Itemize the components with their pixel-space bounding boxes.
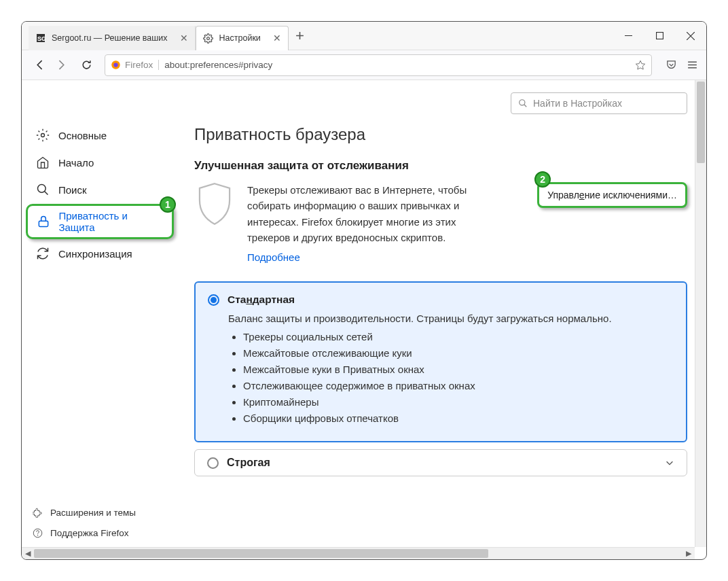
svg-point-5 <box>113 63 117 67</box>
search-placeholder: Найти в Настройках <box>533 98 622 109</box>
sync-icon <box>35 246 50 261</box>
help-icon <box>31 527 43 539</box>
radio-icon[interactable] <box>208 294 219 306</box>
svg-marker-6 <box>636 60 644 69</box>
list-item: Отслеживающее содержимое в приватных окн… <box>243 380 674 391</box>
svg-text:SG: SG <box>37 35 46 42</box>
tab-active[interactable]: Настройки ✕ <box>196 26 289 50</box>
page-title: Приватность браузера <box>194 125 687 144</box>
scrollbar-thumb[interactable] <box>697 82 705 163</box>
svg-point-8 <box>38 185 46 193</box>
bookmark-star-icon[interactable] <box>635 60 646 71</box>
radio-icon[interactable] <box>207 457 219 469</box>
preferences-search[interactable]: Найти в Настройках <box>511 92 687 114</box>
gear-icon <box>35 128 50 143</box>
sidebar-item-label: Основные <box>58 130 107 141</box>
site-favicon-icon: SG <box>35 33 46 43</box>
svg-point-11 <box>37 535 38 535</box>
standard-feature-list: Трекеры социальных сетей Межсайтовые отс… <box>243 331 674 424</box>
list-item: Сборщики цифровых отпечатков <box>243 412 674 424</box>
scroll-right-icon[interactable]: ▶ <box>682 548 695 560</box>
pocket-icon[interactable] <box>666 59 677 71</box>
vertical-scrollbar[interactable] <box>695 80 706 547</box>
section-title: Улучшенная защита от отслеживания <box>194 159 687 173</box>
annotation-badge: 1 <box>160 196 176 213</box>
svg-point-2 <box>207 37 210 39</box>
annotation-badge: 2 <box>534 171 551 188</box>
list-item: Межсайтовые отслеживающие куки <box>243 347 674 359</box>
sidebar-item-label: Синхронизация <box>58 248 132 260</box>
sidebar-item-general[interactable]: Основные <box>26 122 174 148</box>
list-item: Криптомайнеры <box>243 396 674 408</box>
protection-standard-option[interactable]: Стандартная Баланс защиты и производител… <box>194 281 687 442</box>
titlebar: SG Sergoot.ru — Решение ваших ✕ Настройк… <box>22 22 706 50</box>
identity-box[interactable]: Firefox <box>111 60 159 70</box>
address-bar[interactable]: Firefox about:preferences#privacy <box>105 54 652 76</box>
sidebar-item-home[interactable]: Начало <box>26 149 174 175</box>
sidebar-item-privacy[interactable]: 1 Приватность и Защита <box>26 204 174 239</box>
sidebar-item-sync[interactable]: Синхронизация <box>26 241 174 266</box>
sidebar-item-label: Приватность и Защита <box>58 210 164 233</box>
identity-label: Firefox <box>125 60 153 70</box>
minimize-button[interactable] <box>613 22 644 50</box>
forward-button[interactable] <box>50 55 71 75</box>
list-item: Трекеры социальных сетей <box>243 331 674 342</box>
svg-point-12 <box>520 100 525 105</box>
gear-icon <box>203 33 214 43</box>
close-icon[interactable]: ✕ <box>273 33 281 43</box>
maximize-button[interactable] <box>644 22 675 50</box>
list-item: Межсайтовые куки в Приватных окнах <box>243 364 674 375</box>
url-text: about:preferences#privacy <box>164 60 272 70</box>
toolbar: Firefox about:preferences#privacy <box>22 50 706 80</box>
sidebar-footer-label: Поддержка Firefox <box>50 528 128 538</box>
sidebar-item-label: Начало <box>58 157 94 169</box>
search-icon <box>35 182 50 197</box>
chevron-down-icon[interactable] <box>665 458 674 468</box>
close-window-button[interactable] <box>675 22 706 50</box>
scrollbar-thumb[interactable] <box>34 549 488 558</box>
protection-strict-option[interactable]: Строгая <box>194 449 687 476</box>
new-tab-button[interactable] <box>289 31 312 40</box>
firefox-icon <box>111 60 121 70</box>
svg-rect-9 <box>39 221 48 226</box>
learn-more-link[interactable]: Подробнее <box>247 249 300 265</box>
tab-label: Sergoot.ru — Решение ваших <box>52 33 168 43</box>
menu-button[interactable] <box>687 59 698 71</box>
tab-inactive[interactable]: SG Sergoot.ru — Решение ваших ✕ <box>29 26 196 50</box>
sidebar-support[interactable]: Поддержка Firefox <box>22 523 178 543</box>
standard-description: Баланс защиты и производительности. Стра… <box>228 313 674 324</box>
sidebar-item-search[interactable]: Поиск <box>26 177 174 203</box>
shield-icon <box>194 182 235 230</box>
puzzle-icon <box>31 506 43 518</box>
search-icon <box>518 99 528 108</box>
sidebar-footer-label: Расширения и темы <box>50 508 136 518</box>
horizontal-scrollbar[interactable]: ◀ ▶ <box>22 547 695 559</box>
main-content: Найти в Настройках Приватность браузера … <box>178 80 706 559</box>
sidebar-item-label: Поиск <box>58 184 87 196</box>
manage-exceptions-button[interactable]: Управление исключениями… <box>537 182 687 208</box>
sidebar-extensions[interactable]: Расширения и темы <box>22 502 178 523</box>
tracking-description: Трекеры отслеживают вас в Интернете, что… <box>247 184 467 243</box>
svg-rect-3 <box>656 33 663 39</box>
lock-icon <box>36 214 50 229</box>
scroll-left-icon[interactable]: ◀ <box>22 548 34 560</box>
reload-button[interactable] <box>76 55 96 75</box>
back-button[interactable] <box>30 55 50 75</box>
sidebar: Основные Начало Поиск 1 Приватность и За… <box>22 80 178 559</box>
home-icon <box>35 155 50 170</box>
svg-point-7 <box>41 134 45 137</box>
close-icon[interactable]: ✕ <box>180 33 188 43</box>
tab-label: Настройки <box>219 33 261 43</box>
